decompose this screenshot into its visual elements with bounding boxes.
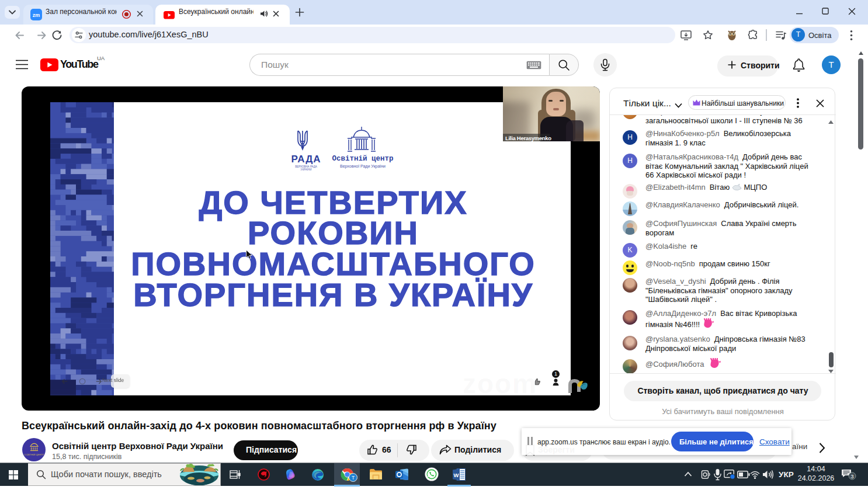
svg-text:zm: zm	[33, 12, 40, 18]
svg-text:W: W	[454, 472, 459, 478]
svg-text:3: 3	[850, 473, 853, 479]
